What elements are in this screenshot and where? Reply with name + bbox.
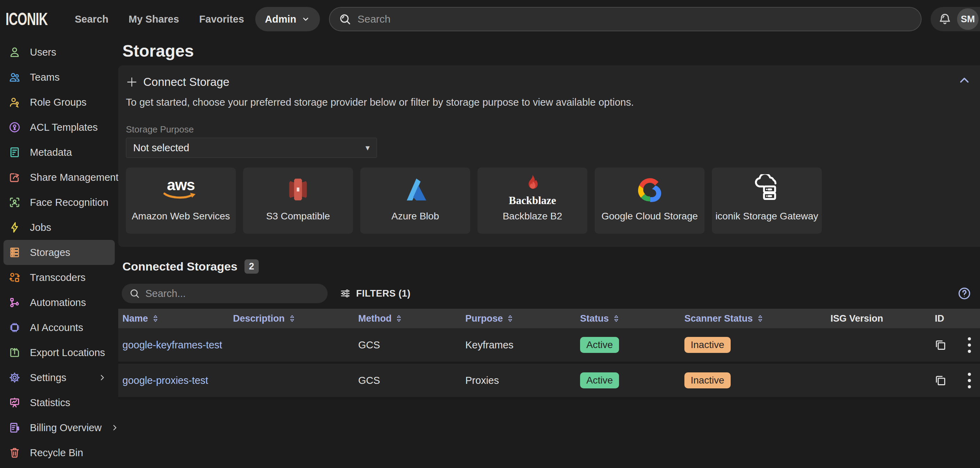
google-cloud-logo <box>595 167 705 212</box>
sidebar-item-metadata[interactable]: Metadata <box>3 140 115 165</box>
users-icon <box>8 46 21 59</box>
provider-card-backblaze[interactable]: Backblaze Backblaze B2 <box>477 167 587 234</box>
column-header-purpose[interactable]: Purpose <box>461 313 576 324</box>
sidebar-item-jobs[interactable]: Jobs <box>3 215 115 240</box>
sidebar-item-face-recognition[interactable]: Face Recognition <box>3 190 115 215</box>
sidebar-item-label: Recycle Bin <box>30 447 83 458</box>
provider-label: Azure Blob <box>391 211 439 222</box>
copy-id-button[interactable] <box>934 373 947 387</box>
filters-button[interactable]: FILTERS (1) <box>339 288 411 299</box>
copy-id-button[interactable] <box>934 338 947 352</box>
column-header-scanner-status[interactable]: Scanner Status <box>680 313 826 324</box>
table-search-input[interactable] <box>145 288 321 299</box>
storage-name-link[interactable]: google-proxies-test <box>118 375 229 386</box>
sort-icon <box>756 314 764 323</box>
scanner-status-badge: Inactive <box>684 372 731 388</box>
filters-label: FILTERS (1) <box>356 288 411 299</box>
search-icon <box>129 288 140 299</box>
collapse-panel-button[interactable] <box>958 74 971 87</box>
sidebar-item-storages[interactable]: Storages <box>3 240 115 265</box>
face-recognition-icon <box>8 196 21 209</box>
sidebar-item-ai-accounts[interactable]: AI Accounts <box>3 315 115 340</box>
id-cell <box>931 337 980 353</box>
nav-my-shares[interactable]: My Shares <box>129 14 179 25</box>
column-header-name[interactable]: Name <box>118 313 229 324</box>
storage-purpose-label: Storage Purpose <box>126 124 970 135</box>
iconik-storage-gateway-logo <box>712 167 822 212</box>
sidebar-item-billing-overview[interactable]: Billing Overview <box>3 415 115 440</box>
export-icon <box>8 346 21 359</box>
storage-purpose-select[interactable]: Not selected ▾ <box>126 138 377 158</box>
provider-label: Backblaze B2 <box>503 211 562 222</box>
provider-card-gcs[interactable]: Google Cloud Storage <box>595 167 705 234</box>
sidebar-item-recycle-bin[interactable]: Recycle Bin <box>3 440 115 465</box>
sidebar-item-label: Jobs <box>30 222 51 233</box>
column-header-description[interactable]: Description <box>229 313 354 324</box>
provider-card-aws[interactable]: aws Amazon Web Services <box>126 167 236 234</box>
connect-storage-panel: Connect Storage To get started, choose y… <box>118 65 980 247</box>
storage-count-badge: 2 <box>245 259 259 274</box>
user-cluster: SM <box>931 7 980 31</box>
backblaze-logo: Backblaze <box>477 167 587 212</box>
method-cell: GCS <box>354 375 461 386</box>
teams-icon <box>8 71 21 83</box>
provider-card-azure[interactable]: Azure Blob <box>360 167 470 234</box>
storages-server-icon <box>8 246 21 259</box>
sidebar-item-label: Transcoders <box>30 272 86 283</box>
status-badge: Active <box>580 337 619 353</box>
global-search-input[interactable] <box>358 13 913 25</box>
sidebar-item-statistics[interactable]: Statistics <box>3 390 115 415</box>
column-header-status[interactable]: Status <box>576 313 680 324</box>
provider-label: S3 Compatible <box>266 211 330 222</box>
provider-card-isg[interactable]: iconik Storage Gateway <box>712 167 822 234</box>
column-header-id: ID <box>931 313 980 324</box>
provider-cards: aws Amazon Web Services S3 Compatible <box>126 167 970 234</box>
iconik-logo[interactable]: ICONIK <box>6 9 48 29</box>
connected-storages-title: Connected Storages <box>123 259 237 274</box>
sidebar-item-label: Billing Overview <box>30 422 102 434</box>
sidebar-item-label: ACL Templates <box>30 122 98 133</box>
sidebar-item-label: AI Accounts <box>30 322 83 333</box>
help-button[interactable] <box>957 286 972 301</box>
row-menu-button[interactable] <box>968 373 971 388</box>
chevron-right-icon <box>98 373 107 382</box>
storage-name-link[interactable]: google-keyframes-test <box>118 339 229 351</box>
transcoders-icon <box>8 271 21 284</box>
chevron-up-icon <box>958 74 971 87</box>
avatar[interactable]: SM <box>957 8 978 30</box>
billing-icon <box>8 422 21 434</box>
sidebar-item-label: Export Locations <box>30 347 105 358</box>
sidebar-item-acl-templates[interactable]: ACL Templates <box>3 115 115 140</box>
page-title: Storages <box>123 42 980 60</box>
sidebar-item-label: Users <box>30 46 56 58</box>
provider-label: iconik Storage Gateway <box>715 211 818 222</box>
sidebar-item-automations[interactable]: Automations <box>3 290 115 315</box>
filters-sliders-icon <box>339 288 351 299</box>
sidebar-item-share-management[interactable]: Share Management <box>3 165 115 190</box>
notifications-bell-icon[interactable] <box>937 12 952 26</box>
sidebar-item-role-groups[interactable]: Role Groups <box>3 90 115 115</box>
admin-menu-button[interactable]: Admin <box>255 7 320 31</box>
table-search-bar[interactable] <box>122 284 328 303</box>
table-row: google-proxies-test GCS Proxies Active I… <box>118 364 980 399</box>
global-search-bar[interactable] <box>329 7 921 31</box>
nav-favorites[interactable]: Favorites <box>199 14 244 25</box>
method-cell: GCS <box>354 339 461 351</box>
provider-card-s3[interactable]: S3 Compatible <box>243 167 353 234</box>
aws-logo: aws <box>126 167 236 212</box>
sidebar-item-transcoders[interactable]: Transcoders <box>3 265 115 290</box>
statistics-chart-icon <box>8 396 21 409</box>
sidebar-item-label: Storages <box>30 247 70 258</box>
sidebar-item-export-locations[interactable]: Export Locations <box>3 340 115 365</box>
sidebar-item-teams[interactable]: Teams <box>3 65 115 90</box>
purpose-cell: Proxies <box>461 375 576 386</box>
sidebar-item-label: Teams <box>30 72 59 83</box>
column-header-isg-version: ISG Version <box>826 313 931 324</box>
row-menu-button[interactable] <box>968 337 971 353</box>
sidebar-item-users[interactable]: Users <box>3 40 115 65</box>
azure-logo <box>360 167 470 212</box>
nav-search[interactable]: Search <box>75 14 108 25</box>
sidebar-item-settings[interactable]: Settings <box>3 365 115 390</box>
sidebar-item-label: Face Recognition <box>30 197 108 208</box>
column-header-method[interactable]: Method <box>354 313 461 324</box>
